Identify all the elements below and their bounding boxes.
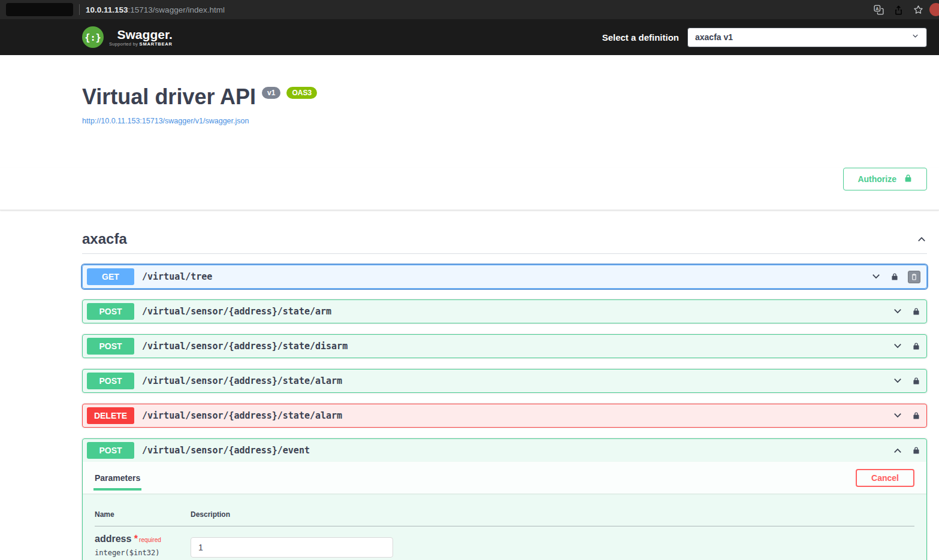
definition-label: Select a definition bbox=[602, 32, 679, 43]
tag-name: axacfa bbox=[82, 231, 127, 247]
method-badge: POST bbox=[87, 338, 134, 355]
browser-profile-avatar[interactable] bbox=[929, 3, 939, 16]
method-badge: DELETE bbox=[87, 407, 134, 424]
chevron-down-icon[interactable] bbox=[892, 376, 903, 386]
swagger-topbar: {:} Swagger. Supported by SMARTBEAR Sele… bbox=[0, 19, 939, 55]
svg-text:A: A bbox=[875, 6, 878, 11]
swagger-logo-icon: {:} bbox=[82, 26, 104, 48]
chevron-up-icon[interactable] bbox=[916, 234, 927, 244]
chevron-up-icon[interactable] bbox=[892, 445, 903, 456]
lock-icon[interactable] bbox=[912, 307, 920, 316]
opblock-get-virtual-tree: GET /virtual/tree bbox=[82, 265, 927, 289]
operation-summary[interactable]: DELETE /virtual/sensor/{address}/state/a… bbox=[83, 404, 926, 427]
opblock-post-state-disarm: POST /virtual/sensor/{address}/state/dis… bbox=[82, 334, 927, 358]
operation-summary[interactable]: GET /virtual/tree bbox=[83, 265, 926, 288]
definition-select[interactable]: axacfa v1 bbox=[687, 28, 927, 47]
lock-icon[interactable] bbox=[912, 411, 920, 420]
operations-section: axacfa GET /virtual/tree POST /virtual/s… bbox=[82, 228, 927, 560]
brand-name: Swagger. bbox=[117, 28, 173, 41]
parameter-row: address *required integer($int32) bbox=[95, 558, 914, 560]
divider bbox=[79, 4, 80, 15]
api-info-section: Virtual driver API v1 OAS3 http://10.0.1… bbox=[82, 55, 927, 126]
page-title: Virtual driver API v1 OAS3 bbox=[82, 85, 927, 109]
operation-path: /virtual/sensor/{address}/state/arm bbox=[142, 306, 331, 317]
parameter-type: integer($int32) bbox=[95, 549, 191, 557]
cancel-button[interactable]: Cancel bbox=[856, 469, 914, 487]
definition-selected-value: axacfa v1 bbox=[695, 32, 733, 42]
copy-to-clipboard-icon[interactable] bbox=[908, 271, 920, 283]
column-header-description: Description bbox=[191, 510, 914, 526]
share-icon[interactable] bbox=[893, 5, 904, 15]
opblock-post-state-alarm: POST /virtual/sensor/{address}/state/ala… bbox=[82, 369, 927, 393]
chevron-down-icon[interactable] bbox=[892, 410, 903, 421]
brand-subtitle: Supported by SMARTBEAR bbox=[109, 41, 173, 47]
url-path: :15713/swagger/index.html bbox=[128, 5, 225, 14]
operation-path: /virtual/sensor/{address}/state/alarm bbox=[142, 410, 342, 421]
operation-summary[interactable]: POST /virtual/sensor/{address}/event bbox=[83, 439, 926, 462]
parameter-name: address *required bbox=[95, 534, 191, 544]
browser-bar: 10.0.11.153:15713/swagger/index.html A bbox=[0, 0, 939, 19]
browser-tab-redacted[interactable] bbox=[6, 3, 73, 16]
chevron-down-icon bbox=[911, 32, 919, 42]
authorize-button[interactable]: Authorize bbox=[843, 168, 927, 190]
operation-summary[interactable]: POST /virtual/sensor/{address}/state/ala… bbox=[83, 370, 926, 392]
operation-summary[interactable]: POST /virtual/sensor/{address}/state/dis… bbox=[83, 335, 926, 358]
translate-icon[interactable]: A bbox=[874, 5, 884, 15]
opblock-delete-state-alarm: DELETE /virtual/sensor/{address}/state/a… bbox=[82, 404, 927, 428]
lock-icon[interactable] bbox=[890, 272, 899, 281]
version-badge: v1 bbox=[262, 87, 280, 99]
method-badge: GET bbox=[87, 268, 134, 285]
lock-icon[interactable] bbox=[912, 446, 920, 455]
chevron-down-icon[interactable] bbox=[892, 306, 903, 317]
method-badge: POST bbox=[87, 303, 134, 320]
operation-summary[interactable]: POST /virtual/sensor/{address}/state/arm bbox=[83, 300, 926, 323]
scheme-container: Authorize bbox=[0, 168, 939, 210]
lock-icon[interactable] bbox=[912, 376, 920, 386]
parameters-tab[interactable]: Parameters bbox=[95, 473, 140, 483]
svg-text:{:}: {:} bbox=[84, 32, 101, 43]
operation-path: /virtual/sensor/{address}/state/disarm bbox=[142, 341, 348, 352]
tag-header[interactable]: axacfa bbox=[82, 228, 927, 254]
chevron-down-icon[interactable] bbox=[892, 341, 903, 352]
column-header-name: Name bbox=[95, 510, 191, 526]
opblock-post-event: POST /virtual/sensor/{address}/event Par… bbox=[82, 438, 927, 560]
parameter-row: address *required integer($int32) bbox=[95, 526, 914, 558]
swagger-logo[interactable]: {:} Swagger. Supported by SMARTBEAR bbox=[82, 26, 173, 48]
lock-icon[interactable] bbox=[912, 341, 920, 351]
operation-path: /virtual/tree bbox=[142, 271, 212, 282]
operation-body: Parameters Cancel Name Description bbox=[83, 462, 926, 560]
parameter-value-input[interactable] bbox=[191, 537, 393, 558]
spec-url-link[interactable]: http://10.0.11.153:15713/swagger/v1/swag… bbox=[82, 117, 249, 125]
oas3-badge: OAS3 bbox=[286, 87, 317, 99]
bookmark-star-icon[interactable] bbox=[913, 5, 923, 15]
operation-path: /virtual/sensor/{address}/event bbox=[142, 445, 310, 456]
lock-icon bbox=[904, 173, 913, 185]
address-bar[interactable]: 10.0.11.153:15713/swagger/index.html bbox=[86, 5, 225, 14]
method-badge: POST bbox=[87, 373, 134, 389]
operation-path: /virtual/sensor/{address}/state/alarm bbox=[142, 376, 342, 386]
opblock-post-state-arm: POST /virtual/sensor/{address}/state/arm bbox=[82, 299, 927, 323]
chevron-down-icon[interactable] bbox=[871, 271, 881, 282]
method-badge: POST bbox=[87, 442, 134, 459]
url-host: 10.0.11.153 bbox=[86, 5, 128, 14]
